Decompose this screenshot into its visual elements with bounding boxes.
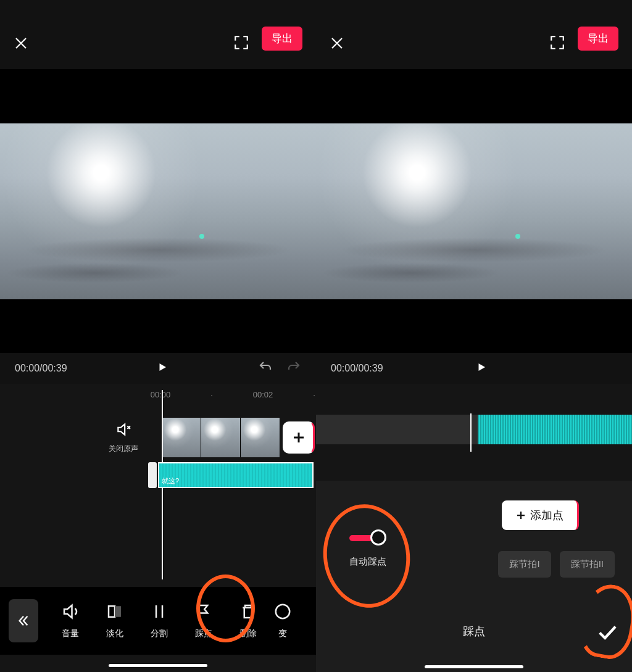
add-clip-button[interactable] [283,421,315,454]
redo-icon [286,360,301,377]
export-button[interactable]: 导出 [578,27,618,51]
export-button[interactable]: 导出 [262,27,302,51]
clip-thumb[interactable] [201,418,241,457]
tool-split[interactable]: 分割 [137,602,181,639]
transport-bar: 00:00/00:39 [0,353,316,384]
home-indicator [109,664,207,667]
tool-volume[interactable]: 音量 [48,602,93,639]
play-icon[interactable] [157,362,168,375]
collapse-toolbar-icon[interactable] [9,599,38,642]
timeline[interactable]: 添加点 自动踩点 踩节拍I 踩节拍II 踩点 [316,384,632,672]
home-indicator [425,665,523,668]
mute-original-audio[interactable]: 关闭原声 [99,421,148,454]
clip-thumb[interactable] [241,418,280,457]
empty-track-segment[interactable] [316,415,478,444]
svg-rect-1 [115,606,121,617]
beat-option-1[interactable]: 踩节拍I [498,551,551,578]
confirm-icon[interactable] [596,621,617,645]
undo-icon[interactable] [258,360,273,377]
preview-area[interactable] [316,69,632,353]
beat-panel: 添加点 自动踩点 踩节拍I 踩节拍II 踩点 [316,481,632,672]
play-icon[interactable] [476,362,487,375]
close-icon[interactable] [14,36,28,51]
screen-left: 导出 00:00/00:39 00:00·00:02· 关闭原声 [0,0,316,672]
audio-clip-label: 就这? [162,476,179,486]
ruler: 00:00·00:02· [0,390,316,399]
audio-track[interactable]: 就这? [148,462,316,488]
auto-beat-toggle[interactable]: 自动踩点 [349,535,386,568]
timeline[interactable]: 00:00·00:02· 关闭原声 [0,384,316,672]
clip-handle[interactable] [148,462,157,488]
close-icon[interactable] [330,36,344,51]
preview-area[interactable] [0,69,316,353]
tool-fade[interactable]: 淡化 [93,602,137,639]
timecode: 00:00/00:39 [331,363,383,374]
expand-icon[interactable] [233,35,249,51]
transport-bar: 00:00/00:39 [316,353,632,384]
audio-toolbar: 音量 淡化 分割 踩点 删除 [0,587,316,655]
tool-delete[interactable]: 删除 [226,602,270,639]
add-beat-point-button[interactable]: 添加点 [502,500,579,530]
audio-clip[interactable] [478,415,632,444]
panel-title: 踩点 [463,624,485,639]
header-right: 导出 [316,0,632,51]
video-track[interactable] [162,418,315,457]
timecode: 00:00/00:39 [15,363,67,374]
tool-beat[interactable]: 踩点 [181,602,226,639]
screen-right: 导出 00:00/00:39 添加点 [316,0,632,672]
expand-icon[interactable] [549,35,565,51]
tool-speed[interactable]: 变 [270,602,295,639]
svg-rect-0 [109,606,115,617]
audio-clip[interactable]: 就这? [158,462,314,488]
svg-point-2 [276,605,290,619]
beat-option-2[interactable]: 踩节拍II [560,551,615,578]
playhead[interactable] [470,413,472,452]
header-left: 导出 [0,0,316,51]
clip-thumb[interactable] [162,418,201,457]
